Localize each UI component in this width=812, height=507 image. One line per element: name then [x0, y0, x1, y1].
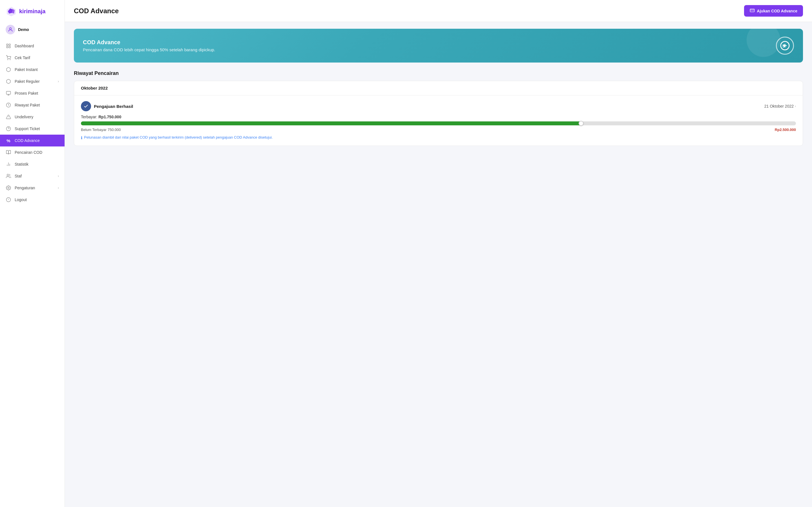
- sidebar-item-label: Cek Tarif: [15, 55, 30, 60]
- sidebar-item-label: Undelivery: [15, 115, 33, 119]
- progress-footer: Belum Terbayar 750.000 Rp2.500.000: [81, 128, 796, 132]
- pengajuan-row: Pengajuan Berhasil 21 Oktober 2022 ›: [81, 101, 796, 111]
- sidebar-item-label: COD Advance: [15, 138, 40, 143]
- sidebar-item-label: Support Ticket: [15, 126, 40, 131]
- banner-text: COD Advance Pencairan dana COD lebih cep…: [83, 39, 215, 52]
- sidebar-item-support-ticket[interactable]: Support Ticket: [0, 123, 64, 135]
- banner-description: Pencairan dana COD lebih cepat hingga 50…: [83, 47, 215, 52]
- ajukan-cod-advance-button[interactable]: Ajukan COD Advance: [744, 5, 803, 17]
- card-header: Oktober 2022: [74, 81, 803, 96]
- svg-rect-22: [750, 9, 754, 12]
- pengajuan-status-label: Pengajuan Berhasil: [94, 104, 133, 109]
- chevron-right-icon: ›: [795, 104, 796, 108]
- svg-text:$: $: [782, 43, 785, 48]
- logout-icon: [6, 197, 11, 203]
- sidebar-item-paket-reguler[interactable]: Paket Reguler ›: [0, 75, 64, 87]
- sidebar-item-proses-paket[interactable]: Proses Paket: [0, 87, 64, 99]
- svg-point-1: [10, 27, 11, 30]
- sidebar-item-label: Paket Reguler: [15, 79, 40, 83]
- sidebar-item-cek-tarif[interactable]: Cek Tarif: [0, 52, 64, 64]
- section-title: Riwayat Pencairan: [74, 70, 803, 76]
- sidebar-item-dashboard[interactable]: Dashboard: [0, 40, 64, 52]
- history-card: Oktober 2022 Pengajuan Berhasil 21 Okt: [74, 81, 803, 146]
- sidebar-item-paket-instant[interactable]: Paket Instant: [0, 64, 64, 75]
- svg-point-17: [7, 174, 9, 176]
- info-note: ℹ Pelunasan diambil dari nilai paket COD…: [81, 135, 796, 140]
- logo[interactable]: kiriminaja: [0, 0, 64, 21]
- sidebar-navigation: Dashboard Cek Tarif Paket Instant Paket …: [0, 38, 64, 507]
- content-area: COD Advance Pencairan dana COD lebih cep…: [65, 22, 812, 507]
- svg-rect-5: [9, 47, 10, 48]
- banner-title: COD Advance: [83, 39, 215, 46]
- chevron-right-icon: ›: [58, 186, 59, 190]
- user-name: Demo: [18, 27, 29, 32]
- svg-rect-3: [9, 44, 10, 45]
- page-title: COD Advance: [74, 7, 119, 15]
- sidebar-item-label: Dashboard: [15, 44, 34, 48]
- cek-tarif-icon: [6, 55, 11, 61]
- pengajuan-left: Pengajuan Berhasil: [81, 101, 133, 111]
- progress-thumb: [578, 121, 583, 126]
- sidebar-item-label: Paket Instant: [15, 67, 38, 72]
- info-text: Pelunasan diambil dari nilai paket COD y…: [84, 135, 273, 139]
- banner-icon: $: [776, 37, 794, 55]
- sidebar-item-label: Proses Paket: [15, 91, 38, 96]
- main-content: COD Advance Ajukan COD Advance COD Advan…: [65, 0, 812, 507]
- chevron-right-icon: ›: [58, 79, 59, 83]
- sidebar-item-staf[interactable]: Staf ›: [0, 170, 64, 182]
- svg-point-6: [8, 59, 8, 60]
- cod-advance-icon: %: [6, 138, 11, 144]
- logo-text: kiriminaja: [19, 8, 45, 15]
- sidebar-item-label: Staf: [15, 174, 22, 178]
- sidebar: kiriminaja Demo Dashboard Cek Tarif: [0, 0, 65, 507]
- progress-bar-fill: [81, 121, 581, 125]
- avatar: [6, 25, 15, 34]
- sidebar-item-riwayat-paket[interactable]: Riwayat Paket: [0, 99, 64, 111]
- svg-rect-4: [6, 47, 8, 48]
- sidebar-item-statistik[interactable]: Statistik: [0, 158, 64, 170]
- proses-paket-icon: [6, 91, 11, 96]
- statistik-icon: [6, 161, 11, 167]
- pencairan-cod-icon: [6, 150, 11, 155]
- pengajuan-status-icon: [81, 101, 91, 111]
- period-label: Oktober 2022: [81, 86, 108, 91]
- sidebar-item-label: Pengaturan: [15, 186, 35, 190]
- paket-reguler-icon: [6, 78, 11, 84]
- sidebar-item-pengaturan[interactable]: Pengaturan ›: [0, 182, 64, 194]
- staf-icon: [6, 173, 11, 179]
- sidebar-item-undelivery[interactable]: Undelivery: [0, 111, 64, 123]
- undelivery-icon: [6, 114, 11, 120]
- progress-label: Terbayar: Rp1.750.000: [81, 115, 796, 119]
- sidebar-item-label: Pencairan COD: [15, 150, 42, 155]
- pengaturan-icon: [6, 185, 11, 191]
- sidebar-item-label: Logout: [15, 198, 27, 202]
- sidebar-item-logout[interactable]: Logout: [0, 194, 64, 206]
- paket-instant-icon: [6, 67, 11, 72]
- total-value: Rp2.500.000: [775, 128, 796, 132]
- dashboard-icon: [6, 43, 11, 49]
- svg-point-18: [8, 187, 9, 189]
- topbar: COD Advance Ajukan COD Advance: [65, 0, 812, 22]
- progress-bar-wrapper: [81, 121, 796, 125]
- sidebar-user[interactable]: Demo: [0, 21, 64, 38]
- sidebar-item-label: Statistik: [15, 162, 29, 166]
- sidebar-item-label: Riwayat Paket: [15, 103, 40, 107]
- card-body: Pengajuan Berhasil 21 Oktober 2022 › Ter…: [74, 96, 803, 146]
- info-icon: ℹ: [81, 135, 82, 140]
- pengajuan-date[interactable]: 21 Oktober 2022 ›: [764, 104, 796, 108]
- cod-advance-banner: COD Advance Pencairan dana COD lebih cep…: [74, 29, 803, 62]
- svg-rect-8: [6, 91, 11, 94]
- chevron-right-icon: ›: [58, 174, 59, 178]
- support-ticket-icon: [6, 126, 11, 131]
- logo-icon: [6, 6, 17, 17]
- wallet-icon: [750, 8, 755, 14]
- sidebar-item-pencairan-cod[interactable]: Pencairan COD: [0, 147, 64, 158]
- svg-point-12: [6, 127, 11, 131]
- sidebar-item-cod-advance[interactable]: % COD Advance: [0, 135, 64, 147]
- belum-terbayar-label: Belum Terbayar 750.000: [81, 128, 121, 132]
- svg-point-7: [10, 59, 10, 60]
- svg-rect-2: [6, 44, 8, 45]
- riwayat-paket-icon: [6, 102, 11, 108]
